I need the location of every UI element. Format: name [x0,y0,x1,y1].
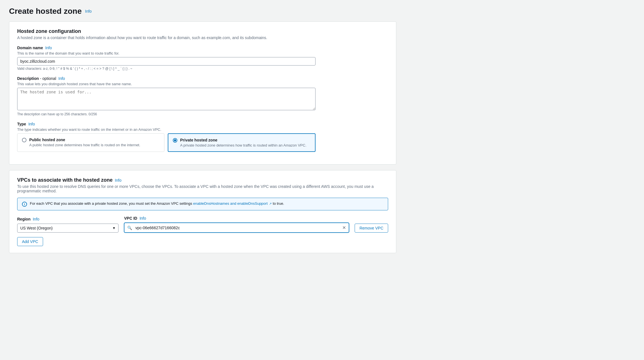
type-option-public-title: Public hosted zone [29,138,140,142]
description-label: Description - optional [17,76,56,81]
type-label: Type [17,122,26,126]
type-field-group: Type Info The type indicates whether you… [17,122,388,152]
vpc-id-input[interactable] [134,224,339,232]
type-option-public-radio [22,138,26,142]
external-link-icon: ↗ [269,202,272,205]
domain-name-label-row: Domain name Info [17,46,388,50]
vpcs-section-subtitle: To use this hosted zone to resolve DNS q… [17,184,388,193]
info-circle-icon: i [22,202,27,207]
hosted-zone-config-card: Hosted zone configuration A hosted zone … [9,21,396,165]
config-section-title: Hosted zone configuration [17,28,388,34]
add-vpc-button[interactable]: Add VPC [17,237,43,246]
vpc-id-search-wrapper: 🔍 ✕ [124,223,349,233]
type-label-row: Type Info [17,122,388,126]
type-option-private-title: Private hosted zone [180,138,307,142]
region-field: Region Info US East (N. Virginia) US Eas… [17,217,118,233]
region-info-link[interactable]: Info [33,217,39,221]
description-info-link[interactable]: Info [59,76,65,81]
page-title: Create hosted zone [9,7,82,16]
page-header: Create hosted zone Info [9,7,396,16]
description-hint: This value lets you distinguish hosted z… [17,82,388,86]
domain-name-valid-chars: Valid characters: a-z, 0-9, ! " # $ % & … [17,67,388,71]
description-field-group: Description - optional Info This value l… [17,76,388,116]
vpc-id-label-row: VPC ID Info [124,216,349,220]
type-options: Public hosted zone A public hosted zone … [17,133,316,152]
description-textarea[interactable] [17,88,316,110]
vpc-id-info-link[interactable]: Info [140,216,146,220]
type-hint: The type indicates whether you want to r… [17,127,388,132]
type-option-private-content: Private hosted zone A private hosted zon… [180,138,307,147]
vpc-id-label: VPC ID [124,216,137,220]
type-option-private-desc: A private hosted zone determines how tra… [180,143,307,147]
type-option-private[interactable]: Private hosted zone A private hosted zon… [168,133,316,152]
domain-name-field-group: Domain name Info This is the name of the… [17,46,388,71]
domain-name-hint: This is the name of the domain that you … [17,51,388,55]
type-info-link[interactable]: Info [28,122,35,126]
enable-dns-link[interactable]: enableDnsHostnames and enableDnsSupport … [193,201,273,206]
description-char-limit: The description can have up to 256 chara… [17,112,388,116]
region-select[interactable]: US East (N. Virginia) US East (Ohio) US … [17,224,118,233]
remove-vpc-button[interactable]: Remove VPC [355,224,388,233]
page-info-link[interactable]: Info [85,9,91,14]
type-option-public[interactable]: Public hosted zone A public hosted zone … [17,133,164,152]
vpcs-info-banner-text: For each VPC that you associate with a p… [30,201,284,206]
vpc-fields-row: Region Info US East (N. Virginia) US Eas… [17,216,388,233]
vpcs-info-link[interactable]: Info [115,178,121,183]
vpcs-title-row: VPCs to associate with the hosted zone I… [17,177,388,183]
region-label: Region [17,217,30,221]
type-option-private-radio [173,138,177,143]
config-section-subtitle: A hosted zone is a container that holds … [17,35,388,40]
vpc-id-field: VPC ID Info 🔍 ✕ [124,216,349,233]
vpcs-card: VPCs to associate with the hosted zone I… [9,170,396,253]
region-label-row: Region Info [17,217,118,221]
search-icon: 🔍 [124,224,134,232]
domain-name-label: Domain name [17,46,43,50]
region-select-wrapper: US East (N. Virginia) US East (Ohio) US … [17,224,118,233]
vpcs-section-title: VPCs to associate with the hosted zone [17,177,113,183]
vpcs-info-banner: i For each VPC that you associate with a… [17,198,388,210]
domain-name-input[interactable] [17,57,316,66]
description-label-row: Description - optional Info [17,76,388,81]
type-option-public-desc: A public hosted zone determines how traf… [29,143,140,147]
type-option-public-content: Public hosted zone A public hosted zone … [29,138,140,147]
remove-vpc-button-wrapper: Remove VPC [355,224,388,233]
domain-name-info-link[interactable]: Info [45,46,52,50]
vpc-id-clear-button[interactable]: ✕ [339,223,349,232]
